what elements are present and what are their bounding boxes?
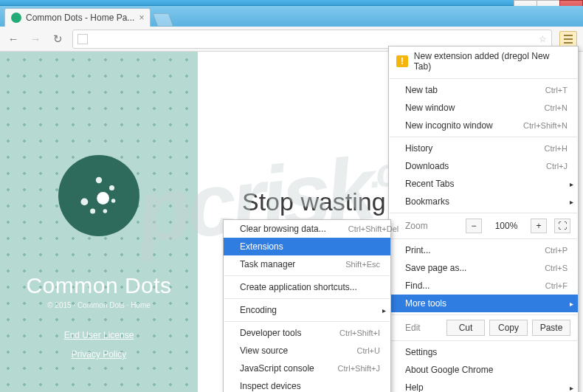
menu-inspect-devices[interactable]: Inspect devices (224, 377, 390, 392)
chevron-right-icon: ▸ (382, 306, 386, 314)
eula-link[interactable]: End User License (64, 330, 134, 340)
menu-new-window[interactable]: New windowCtrl+N (389, 99, 578, 117)
more-tools-submenu: Clear browsing data...Ctrl+Shift+Del Ext… (223, 219, 391, 392)
paste-button[interactable]: Paste (532, 320, 570, 336)
menu-find[interactable]: Find...Ctrl+F (389, 277, 578, 295)
brand-title: Common Dots (0, 273, 198, 298)
page-sidebar: Common Dots © 2015 · Common Dots · Home … (0, 52, 198, 392)
zoom-in-button[interactable]: + (531, 219, 547, 233)
forward-button[interactable]: → (28, 32, 43, 47)
menu-save-page[interactable]: Save page as...Ctrl+S (389, 259, 578, 277)
menu-js-console[interactable]: JavaScript consoleCtrl+Shift+J (224, 360, 390, 377)
chevron-right-icon: ▸ (570, 180, 573, 188)
privacy-link[interactable]: Privacy Policy (72, 349, 127, 360)
cut-button[interactable]: Cut (446, 320, 485, 336)
zoom-percent: 100% (489, 221, 523, 231)
notice-text: New extension added (dregol New Tab) (414, 51, 568, 72)
svg-point-2 (111, 199, 116, 203)
menu-new-incognito[interactable]: New incognito windowCtrl+Shift+N (389, 117, 578, 134)
menu-edit: Edit Cut Copy Paste (389, 317, 578, 338)
window-titlebar: — □ ✕ (0, 0, 583, 6)
menu-developer-tools[interactable]: Developer toolsCtrl+Shift+I (224, 324, 390, 342)
menu-settings[interactable]: Settings (389, 343, 578, 361)
edit-label: Edit (405, 323, 442, 333)
page-icon (77, 34, 88, 44)
menu-help[interactable]: Help▸ (389, 379, 578, 392)
menu-zoom: Zoom − 100% + ⛶ (389, 216, 578, 236)
svg-point-5 (81, 199, 89, 206)
chrome-main-menu: ! New extension added (dregol New Tab) N… (388, 46, 579, 392)
menu-about[interactable]: About Google Chrome (389, 361, 578, 379)
menu-history[interactable]: HistoryCtrl+H (389, 140, 578, 157)
tab-title: Common Dots - Home Pa... (26, 13, 134, 23)
dots-loader-icon (73, 170, 125, 221)
menu-view-source[interactable]: View sourceCtrl+U (224, 342, 390, 360)
svg-point-4 (90, 209, 95, 214)
menu-extensions[interactable]: Extensions (224, 238, 390, 255)
menu-recent-tabs[interactable]: Recent Tabs▸ (389, 175, 578, 193)
warning-icon: ! (396, 55, 408, 67)
chevron-right-icon: ▸ (570, 198, 573, 206)
menu-new-tab[interactable]: New tabCtrl+T (389, 81, 578, 99)
svg-point-6 (97, 192, 109, 204)
tab-strip: Common Dots - Home Pa... × (0, 6, 583, 27)
favicon-icon (11, 13, 21, 23)
menu-task-manager[interactable]: Task managerShift+Esc (224, 255, 390, 273)
bookmark-star-icon[interactable]: ☆ (539, 34, 547, 44)
new-tab-button[interactable] (153, 13, 174, 27)
reload-button[interactable]: ↻ (50, 32, 65, 47)
brand-logo (58, 155, 139, 236)
browser-tab[interactable]: Common Dots - Home Pa... × (4, 8, 151, 27)
tab-close-icon[interactable]: × (139, 13, 144, 23)
back-button[interactable]: ← (6, 32, 21, 47)
copy-button[interactable]: Copy (489, 320, 528, 336)
menu-bookmarks[interactable]: Bookmarks▸ (389, 193, 578, 210)
chevron-right-icon: ▸ (570, 300, 573, 308)
menu-clear-browsing-data[interactable]: Clear browsing data...Ctrl+Shift+Del (224, 220, 390, 238)
svg-point-1 (109, 185, 114, 190)
menu-downloads[interactable]: DownloadsCtrl+J (389, 157, 578, 175)
menu-encoding[interactable]: Encoding▸ (224, 301, 390, 319)
menu-more-tools[interactable]: More tools▸ (389, 295, 578, 312)
brand-subtitle: © 2015 · Common Dots · Home (0, 301, 198, 309)
fullscreen-button[interactable]: ⛶ (554, 219, 570, 233)
extension-notice[interactable]: ! New extension added (dregol New Tab) (389, 47, 578, 76)
chrome-menu-button[interactable] (559, 31, 577, 47)
menu-print[interactable]: Print...Ctrl+P (389, 241, 578, 259)
svg-point-3 (103, 209, 108, 213)
chevron-right-icon: ▸ (570, 384, 573, 392)
zoom-label: Zoom (405, 221, 458, 231)
zoom-out-button[interactable]: − (466, 219, 482, 233)
svg-point-0 (96, 177, 102, 183)
menu-create-shortcuts[interactable]: Create application shortcuts... (224, 278, 390, 296)
